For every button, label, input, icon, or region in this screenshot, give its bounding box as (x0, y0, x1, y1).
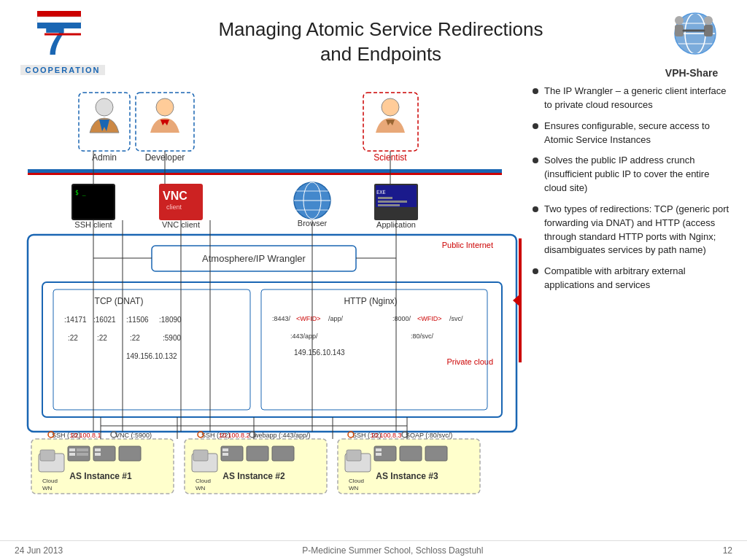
svg-text::443/app/: :443/app/ (290, 332, 318, 340)
svg-text:Private cloud: Private cloud (446, 357, 493, 366)
svg-rect-131 (376, 448, 382, 451)
svg-text:AS Instance #3: AS Instance #3 (376, 471, 438, 481)
bullet-dot-4 (533, 206, 538, 212)
svg-rect-133 (400, 446, 422, 461)
svg-text::5900: :5900 (163, 334, 181, 342)
svg-rect-132 (376, 453, 382, 456)
svg-rect-45 (378, 201, 407, 203)
svg-rect-0 (37, 11, 81, 17)
svg-point-13 (704, 16, 713, 25)
svg-text:EXE: EXE (376, 190, 386, 195)
bullet-5: Compatible with arbitrary external appli… (533, 265, 732, 292)
svg-rect-56 (53, 289, 250, 410)
svg-text:10.100.8.3: 10.100.8.3 (371, 432, 402, 439)
svg-text:<WFID>: <WFID> (417, 315, 442, 322)
bullet-text-5: Compatible with arbitrary external appli… (544, 265, 732, 292)
title-area: Managing Atomic Service Redirections and… (114, 18, 648, 67)
svg-rect-44 (378, 197, 392, 199)
svg-rect-12 (675, 25, 684, 36)
svg-rect-42 (376, 185, 417, 207)
svg-text:$ _: $ _ (75, 190, 86, 196)
svg-text:client: client (166, 203, 182, 211)
svg-text::22: :22 (97, 334, 107, 342)
svg-rect-98 (77, 453, 88, 456)
svg-rect-48 (28, 235, 516, 432)
cooperation-label: COOPERATION (20, 65, 104, 75)
bullet-dot-5 (533, 268, 538, 274)
svg-text:149.156.10.132: 149.156.10.132 (126, 352, 177, 360)
vph-share-icon (659, 6, 724, 64)
footer-page: 12 (723, 545, 732, 556)
svg-rect-97 (77, 448, 88, 451)
bullet-dot-3 (533, 158, 538, 163)
footer-date: 24 Jun 2013 (15, 545, 63, 556)
svg-text::14171: :14171 (64, 316, 87, 324)
bullet-text-3: Solves the public IP address crunch (ins… (544, 154, 732, 195)
svg-text:AS Instance #1: AS Instance #1 (69, 471, 132, 481)
svg-point-23 (382, 98, 399, 116)
svg-rect-96 (69, 453, 75, 456)
footer-event: P-Medicine Summer School, Schloss Dagstu… (302, 545, 483, 556)
svg-point-17 (96, 98, 113, 116)
svg-text:VNC: VNC (163, 190, 187, 202)
svg-rect-118 (272, 446, 294, 461)
svg-text:TCP (DNAT): TCP (DNAT) (95, 296, 144, 306)
svg-text::8443/: :8443/ (272, 315, 291, 322)
svg-text::16021: :16021 (93, 316, 116, 324)
svg-text:WN: WN (349, 485, 359, 491)
svg-rect-100 (95, 448, 101, 451)
svg-text:Admin: Admin (92, 152, 117, 163)
vph-label: VPH-Share (665, 67, 718, 79)
svg-text:webapp (:443/app/): webapp (:443/app/) (253, 432, 311, 439)
svg-rect-111 (193, 450, 208, 461)
architecture-diagram: Admin Developer Scientist (6, 82, 524, 505)
svg-point-11 (675, 16, 684, 25)
logo-area: 7 COOPERATION (12, 9, 114, 75)
svg-point-20 (156, 98, 174, 116)
svg-rect-116 (222, 453, 228, 456)
diagram-area: Admin Developer Scientist (6, 82, 524, 512)
svg-text:Cloud: Cloud (42, 478, 58, 484)
svg-rect-134 (425, 446, 447, 461)
svg-rect-127 (347, 450, 361, 461)
svg-rect-115 (222, 448, 228, 451)
bullet-dot-1 (533, 88, 538, 94)
svg-text:WN: WN (196, 485, 206, 491)
page-header: 7 COOPERATION Managing Atomic Service Re… (0, 0, 747, 82)
bullet-3: Solves the public IP address crunch (ins… (533, 154, 732, 195)
svg-rect-50 (519, 238, 522, 362)
svg-text:149.156.10.143: 149.156.10.143 (294, 349, 345, 357)
svg-rect-25 (28, 169, 502, 173)
cooperation-logo: 7 (30, 9, 96, 68)
svg-text:/app/: /app/ (328, 315, 344, 322)
svg-text::11506: :11506 (126, 316, 149, 324)
bullet-2: Ensures configurable, secure access to A… (533, 120, 732, 147)
svg-text::18090: :18090 (159, 316, 182, 324)
bullet-text-2: Ensures configurable, secure access to A… (544, 120, 732, 147)
svg-rect-14 (704, 25, 713, 36)
svg-text:Public Internet: Public Internet (442, 241, 493, 249)
svg-text:HTTP (Nginx): HTTP (Nginx) (344, 296, 397, 306)
svg-text:<WFID>: <WFID> (296, 315, 321, 322)
main-content: Admin Developer Scientist (0, 82, 747, 512)
svg-text::22: :22 (130, 334, 140, 342)
svg-text:Cloud: Cloud (196, 478, 211, 484)
svg-text:SOAP (:80/svc/): SOAP (:80/svc/) (406, 432, 452, 439)
svg-text:AS Instance #2: AS Instance #2 (222, 471, 285, 481)
svg-text:WN: WN (42, 485, 53, 491)
svg-text:Cloud: Cloud (349, 478, 364, 484)
svg-text::80/svc/: :80/svc/ (411, 332, 434, 340)
page-footer: 24 Jun 2013 P-Medicine Summer School, Sc… (0, 540, 747, 560)
vph-area: VPH-Share (648, 6, 735, 79)
svg-text:/svc/: /svc/ (449, 315, 463, 322)
svg-text:10.100.8.2: 10.100.8.2 (219, 432, 250, 439)
bullet-text-1: The IP Wrangler – a generic client inter… (544, 85, 732, 112)
main-title: Managing Atomic Service Redirections and… (114, 18, 648, 67)
svg-text:10.100.8.1: 10.100.8.1 (70, 432, 101, 439)
svg-rect-95 (69, 448, 75, 451)
svg-rect-91 (40, 450, 55, 461)
svg-text::22: :22 (68, 334, 78, 342)
bullet-dot-2 (533, 123, 538, 129)
bullet-1: The IP Wrangler – a generic client inter… (533, 85, 732, 112)
admin-figure: Admin (79, 93, 130, 163)
